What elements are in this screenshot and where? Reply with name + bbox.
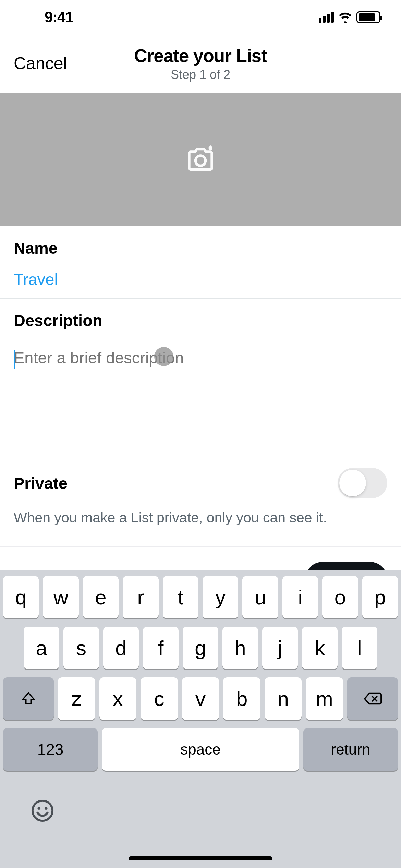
- key-shift[interactable]: [3, 677, 54, 720]
- cancel-button[interactable]: Cancel: [14, 53, 67, 73]
- text-cursor: [14, 350, 15, 369]
- description-section: Description: [0, 299, 401, 453]
- private-label: Private: [14, 474, 68, 493]
- backspace-icon: [363, 691, 382, 706]
- key-c[interactable]: c: [141, 677, 178, 720]
- key-j[interactable]: j: [262, 627, 298, 669]
- touch-indicator: [154, 347, 173, 366]
- keyboard-row-3: z x c v b n m: [3, 677, 398, 720]
- key-s[interactable]: s: [63, 627, 99, 669]
- camera-icon: [185, 144, 216, 174]
- keyboard-toolbar: [3, 779, 398, 868]
- key-f[interactable]: f: [143, 627, 179, 669]
- key-o[interactable]: o: [322, 576, 358, 618]
- key-p[interactable]: p: [362, 576, 398, 618]
- key-k[interactable]: k: [302, 627, 338, 669]
- cellular-icon: [319, 12, 334, 23]
- keyboard-row-4: 123 space return: [3, 728, 398, 771]
- home-indicator[interactable]: [129, 856, 272, 860]
- nav-header: Cancel Create your List Step 1 of 2: [0, 34, 401, 93]
- key-l[interactable]: l: [342, 627, 377, 669]
- status-time: 9:41: [45, 9, 73, 26]
- status-icons: [319, 11, 380, 23]
- key-z[interactable]: z: [58, 677, 95, 720]
- banner-image-picker[interactable]: [0, 93, 401, 226]
- name-section: Name: [0, 226, 401, 299]
- private-help-text: When you make a List private, only you c…: [14, 510, 387, 526]
- toggle-knob: [339, 470, 366, 496]
- name-label: Name: [14, 239, 387, 257]
- emoji-icon[interactable]: [31, 799, 54, 828]
- key-a[interactable]: a: [24, 627, 59, 669]
- key-numbers[interactable]: 123: [3, 728, 98, 771]
- svg-point-2: [37, 807, 40, 810]
- private-section: Private When you make a List private, on…: [0, 453, 401, 547]
- description-label: Description: [14, 311, 387, 330]
- key-q[interactable]: q: [3, 576, 39, 618]
- wifi-icon: [338, 12, 352, 23]
- key-return[interactable]: return: [303, 728, 398, 771]
- keyboard-row-1: q w e r t y u i o p: [3, 576, 398, 618]
- key-space[interactable]: space: [102, 728, 299, 771]
- key-h[interactable]: h: [222, 627, 258, 669]
- keyboard-row-2: a s d f g h j k l: [3, 627, 398, 669]
- svg-point-1: [33, 800, 52, 820]
- key-w[interactable]: w: [43, 576, 78, 618]
- key-t[interactable]: t: [163, 576, 198, 618]
- description-input[interactable]: [14, 348, 387, 405]
- key-y[interactable]: y: [203, 576, 238, 618]
- key-d[interactable]: d: [103, 627, 139, 669]
- key-u[interactable]: u: [242, 576, 278, 618]
- battery-icon: [356, 11, 380, 23]
- key-r[interactable]: r: [123, 576, 158, 618]
- svg-point-3: [45, 807, 48, 810]
- private-toggle[interactable]: [338, 468, 387, 498]
- keyboard: q w e r t y u i o p a s d f g h j k l z …: [0, 570, 401, 868]
- key-backspace[interactable]: [347, 677, 398, 720]
- key-e[interactable]: e: [83, 576, 119, 618]
- name-input[interactable]: [14, 270, 387, 289]
- status-bar: 9:41: [0, 0, 401, 34]
- key-v[interactable]: v: [182, 677, 219, 720]
- key-i[interactable]: i: [282, 576, 318, 618]
- key-b[interactable]: b: [223, 677, 260, 720]
- shift-icon: [21, 691, 36, 706]
- key-m[interactable]: m: [306, 677, 343, 720]
- key-g[interactable]: g: [183, 627, 218, 669]
- key-n[interactable]: n: [265, 677, 302, 720]
- key-x[interactable]: x: [99, 677, 137, 720]
